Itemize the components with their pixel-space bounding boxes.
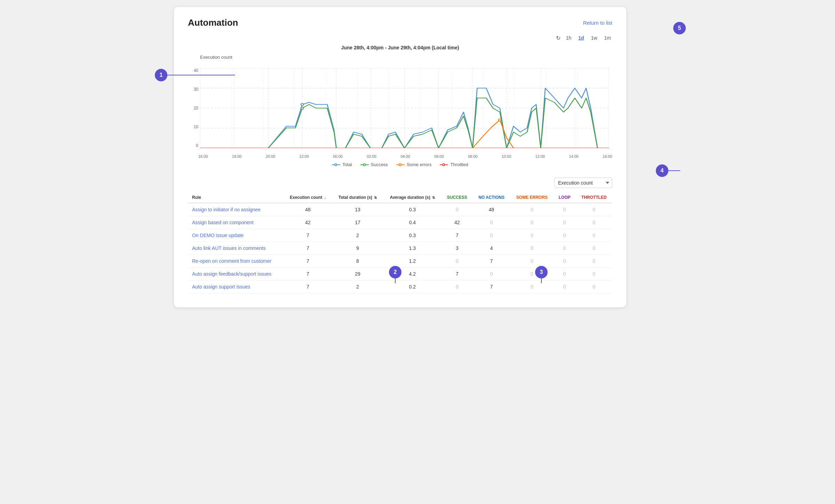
cell-num: 48	[473, 203, 510, 216]
table-row: On DEMO issue update 7 2 0.3 7 0 0 0 0	[188, 229, 612, 242]
cell-num: 0	[575, 268, 612, 281]
time-btn-1m[interactable]: 1m	[603, 34, 612, 41]
execution-count: 7	[284, 242, 332, 255]
chart-section: June 28th, 4:00pm - June 29th, 4:04pm (L…	[188, 45, 612, 167]
cell-num: 0	[442, 281, 473, 293]
avg-duration: 0.2	[383, 281, 442, 293]
table-row: Auto assign support issues 7 2 0.2 0 7 0…	[188, 281, 612, 293]
table-header-row: Rule Execution count ↓ Total duration (s…	[188, 192, 612, 203]
execution-count: 7	[284, 281, 332, 293]
refresh-icon[interactable]: ↻	[556, 35, 560, 41]
annotation-circle-2: 2	[389, 266, 401, 278]
success-dot	[301, 107, 304, 109]
cell-num: 0	[575, 255, 612, 268]
total-duration: 9	[332, 242, 383, 255]
rule-link[interactable]: Auto assign support issues	[188, 281, 284, 293]
cell-num: 0	[442, 203, 473, 216]
cell-num: 0	[575, 216, 612, 229]
table-controls: Execution count Total duration (s) Avera…	[188, 178, 612, 188]
cell-num: 0	[554, 229, 575, 242]
col-execution-count[interactable]: Execution count ↓	[284, 192, 332, 203]
total-duration: 13	[332, 203, 383, 216]
cell-num: 0	[510, 281, 554, 293]
sort-select[interactable]: Execution count Total duration (s) Avera…	[554, 178, 612, 188]
cell-num: 4	[473, 242, 510, 255]
rule-link[interactable]: Re-open on comment from customer	[188, 255, 284, 268]
rule-link[interactable]: Assign to initiator if no assignee	[188, 203, 284, 216]
annotation-circle-4: 4	[656, 164, 668, 177]
col-success: SUCCESS	[442, 192, 473, 203]
cell-num: 0	[473, 216, 510, 229]
rules-table: Rule Execution count ↓ Total duration (s…	[188, 192, 612, 293]
rule-link[interactable]: Auto assign feedback/support issues	[188, 268, 284, 281]
annotation-4: 4	[656, 170, 680, 171]
rule-link[interactable]: Auto link AUT issues in comments	[188, 242, 284, 255]
page-title: Automation	[188, 17, 238, 28]
errors-dot	[499, 119, 501, 121]
cell-num: 0	[554, 216, 575, 229]
cell-num: 0	[554, 281, 575, 293]
chart-svg-container	[200, 68, 609, 148]
total-duration: 2	[332, 229, 383, 242]
time-btn-1h[interactable]: 1h	[565, 34, 573, 41]
cell-num: 0	[575, 203, 612, 216]
legend-success: Success	[360, 162, 388, 167]
legend-total: Total	[332, 162, 352, 167]
time-btn-1d[interactable]: 1d	[577, 34, 585, 41]
chart-legend: Total Success Some errors	[188, 162, 612, 167]
total-duration: 2	[332, 281, 383, 293]
col-throttled: THROTTLED	[575, 192, 612, 203]
col-rule: Rule	[188, 192, 284, 203]
legend-success-label: Success	[371, 162, 388, 167]
col-some-errors: SOME ERRORS	[510, 192, 554, 203]
time-controls-bar: ↻ 1h 1d 1w 1m	[188, 34, 612, 41]
col-total-duration[interactable]: Total duration (s) ⇅	[332, 192, 383, 203]
rule-link[interactable]: Assign based on component	[188, 216, 284, 229]
annotation-circle-5: 5	[673, 22, 686, 34]
cell-num: 0	[510, 242, 554, 255]
col-avg-duration[interactable]: Average duration (s) ⇅	[383, 192, 442, 203]
cell-num: 3	[442, 242, 473, 255]
execution-count: 48	[284, 203, 332, 216]
annotation-3: 3	[541, 266, 542, 283]
table-row: Auto link AUT issues in comments 7 9 1.3…	[188, 242, 612, 255]
execution-count: 7	[284, 229, 332, 242]
chart-date-label: June 28th, 4:00pm - June 29th, 4:04pm (L…	[188, 45, 612, 50]
cell-num: 0	[575, 242, 612, 255]
cell-num: 0	[510, 229, 554, 242]
execution-count: 7	[284, 268, 332, 281]
time-btn-1w[interactable]: 1w	[590, 34, 599, 41]
cell-num: 0	[510, 203, 554, 216]
cell-num: 0	[442, 255, 473, 268]
chart-svg	[200, 68, 609, 148]
annotation-1: 1	[155, 75, 235, 75]
col-loop: LOOP	[554, 192, 575, 203]
table-row: Assign based on component 42 17 0.4 42 0…	[188, 216, 612, 229]
avg-duration: 0.3	[383, 229, 442, 242]
cell-num: 0	[554, 255, 575, 268]
execution-count: 7	[284, 255, 332, 268]
chart-area: 40 30 20 10 0	[188, 61, 612, 158]
cell-num: 0	[510, 255, 554, 268]
cell-num: 0	[554, 268, 575, 281]
avg-duration: 0.4	[383, 216, 442, 229]
cell-num: 42	[442, 216, 473, 229]
table-row: Re-open on comment from customer 7 8 1.2…	[188, 255, 612, 268]
total-duration: 17	[332, 216, 383, 229]
legend-some-errors: Some errors	[396, 162, 432, 167]
avg-duration: 1.3	[383, 242, 442, 255]
annotation-circle-3: 3	[535, 266, 548, 278]
legend-total-label: Total	[342, 162, 352, 167]
x-axis: 16:00 18:00 20:00 22:00 00:00 02:00 04:0…	[198, 154, 612, 158]
legend-errors-label: Some errors	[407, 162, 432, 167]
avg-duration: 1.2	[383, 255, 442, 268]
annotation-5: 5	[673, 28, 680, 29]
cell-num: 0	[575, 229, 612, 242]
table-row: Assign to initiator if no assignee 48 13…	[188, 203, 612, 216]
total-duration: 8	[332, 255, 383, 268]
avg-duration: 0.3	[383, 203, 442, 216]
rule-link[interactable]: On DEMO issue update	[188, 229, 284, 242]
cell-num: 0	[510, 216, 554, 229]
cell-num: 7	[442, 229, 473, 242]
return-to-list-link[interactable]: Return to list	[583, 20, 612, 26]
